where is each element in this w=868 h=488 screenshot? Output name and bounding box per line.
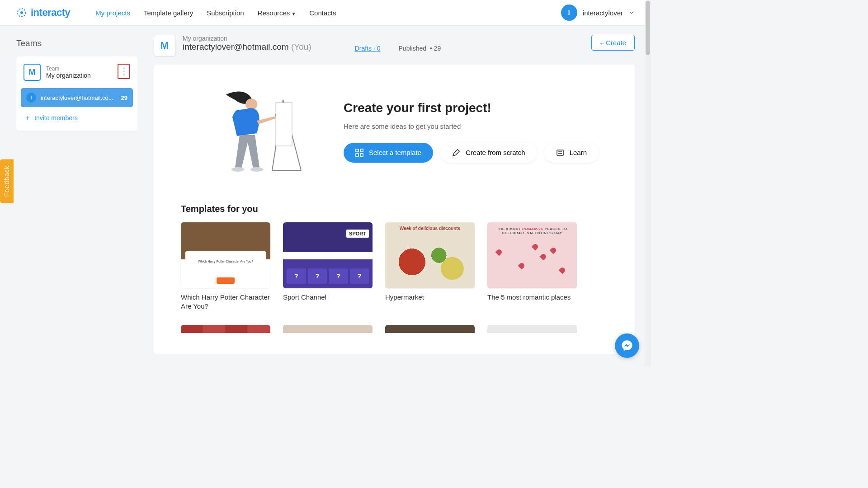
template-thumbnail-partial[interactable] xyxy=(385,325,475,333)
create-from-scratch-button[interactable]: Create from scratch xyxy=(440,143,537,163)
learn-button[interactable]: Learn xyxy=(544,143,599,163)
feedback-tab[interactable]: Feedback xyxy=(0,159,14,203)
drafts-filter[interactable]: Drafts · 0 xyxy=(355,45,381,52)
template-thumbnail-partial[interactable] xyxy=(283,325,373,333)
user-avatar: I xyxy=(561,5,577,21)
svg-point-1 xyxy=(20,11,23,14)
svg-point-5 xyxy=(250,167,263,172)
svg-rect-10 xyxy=(356,149,359,152)
team-name: My organization xyxy=(46,72,91,79)
nav-subscription[interactable]: Subscription xyxy=(207,9,244,17)
invite-members-button[interactable]: Invite members xyxy=(24,113,130,123)
hero-subtitle: Here are some ideas to get you started xyxy=(344,122,599,130)
template-thumbnail: Which Harry Potter Character Are You? xyxy=(181,222,270,288)
main-content: M My organization interactylover@hotmail… xyxy=(154,26,651,366)
svg-rect-11 xyxy=(360,149,363,152)
brand-logo[interactable]: interacty xyxy=(16,7,70,19)
templates-grid: Which Harry Potter Character Are You? Wh… xyxy=(181,222,608,311)
templates-grid-row2 xyxy=(181,325,608,333)
scrollbar-thumb[interactable] xyxy=(646,1,650,55)
brand-icon xyxy=(16,7,27,18)
top-navbar: interacty My projects Template gallery S… xyxy=(0,0,651,26)
template-card[interactable]: Week of delicious discounts Hypermarket xyxy=(385,222,475,311)
pencil-icon xyxy=(452,149,460,157)
template-thumbnail: Week of delicious discounts xyxy=(385,222,475,288)
teams-heading: Teams xyxy=(16,38,137,48)
svg-point-4 xyxy=(231,167,244,172)
template-thumbnail: THE 5 MOST ROMANTIC PLACES TO CELEBRATE … xyxy=(487,222,577,288)
template-card[interactable]: SPORT ???? Sport Channel xyxy=(283,222,373,311)
template-title: Sport Channel xyxy=(283,293,373,302)
vertical-scrollbar[interactable] xyxy=(645,0,651,366)
template-card[interactable]: Which Harry Potter Character Are You? Wh… xyxy=(181,222,270,311)
grid-icon xyxy=(355,149,363,157)
member-project-count: 29 xyxy=(121,94,127,101)
template-title: The 5 most romantic places xyxy=(487,293,577,302)
artist-illustration xyxy=(208,86,307,177)
org-header: M My organization interactylover@hotmail… xyxy=(154,35,635,56)
member-avatar: I xyxy=(26,93,36,103)
team-member-row[interactable]: I interactylover@hotmail.co... 29 xyxy=(21,88,133,107)
template-thumbnail-partial[interactable] xyxy=(181,325,270,333)
chevron-down-icon: ▼ xyxy=(291,11,296,16)
kebab-icon xyxy=(123,67,125,75)
template-title: Which Harry Potter Character Are You? xyxy=(181,293,270,311)
team-card: M Team My organization I interactylover@… xyxy=(16,56,137,131)
empty-state-hero: Create your first project! Here are some… xyxy=(181,86,608,177)
hero-title: Create your first project! xyxy=(344,101,599,115)
org-avatar: M xyxy=(154,35,175,56)
nav-contacts[interactable]: Contacts xyxy=(309,9,336,17)
svg-rect-14 xyxy=(557,150,563,155)
chevron-down-icon xyxy=(628,9,635,16)
published-filter[interactable]: Published • 29 xyxy=(399,45,441,52)
sidebar: Teams M Team My organization I interacty… xyxy=(0,26,154,366)
svg-rect-12 xyxy=(356,154,359,156)
invite-label: Invite members xyxy=(34,114,78,122)
template-thumbnail-partial[interactable] xyxy=(487,325,577,333)
user-name: interactylover xyxy=(583,9,623,17)
svg-rect-13 xyxy=(360,154,363,156)
member-email: interactylover@hotmail.co... xyxy=(41,94,117,101)
learn-icon xyxy=(556,149,564,157)
team-menu-button[interactable] xyxy=(118,64,130,79)
org-email: interactylover@hotmail.com (You) xyxy=(183,42,311,52)
nav-template-gallery[interactable]: Template gallery xyxy=(144,9,193,17)
main-nav: My projects Template gallery Subscriptio… xyxy=(95,9,545,17)
plus-icon xyxy=(24,115,31,121)
project-stats: Drafts · 0 Published • 29 xyxy=(355,35,441,52)
nav-my-projects[interactable]: My projects xyxy=(95,9,130,17)
template-title: Hypermarket xyxy=(385,293,475,302)
chat-widget-button[interactable] xyxy=(615,333,639,358)
team-label: Team xyxy=(46,66,91,72)
brand-text: interacty xyxy=(31,7,70,19)
template-card[interactable]: THE 5 MOST ROMANTIC PLACES TO CELEBRATE … xyxy=(487,222,577,311)
org-label: My organization xyxy=(183,35,311,42)
team-avatar: M xyxy=(24,64,41,81)
svg-rect-9 xyxy=(276,103,292,146)
templates-heading: Templates for you xyxy=(181,204,608,214)
template-thumbnail: SPORT ???? xyxy=(283,222,373,288)
user-menu[interactable]: I interactylover xyxy=(561,5,635,21)
messenger-icon xyxy=(621,339,633,352)
content-panel: Create your first project! Here are some… xyxy=(154,65,635,354)
nav-resources[interactable]: Resources▼ xyxy=(258,9,296,17)
select-template-button[interactable]: Select a template xyxy=(344,143,433,163)
create-project-button[interactable]: + Create xyxy=(591,35,635,51)
